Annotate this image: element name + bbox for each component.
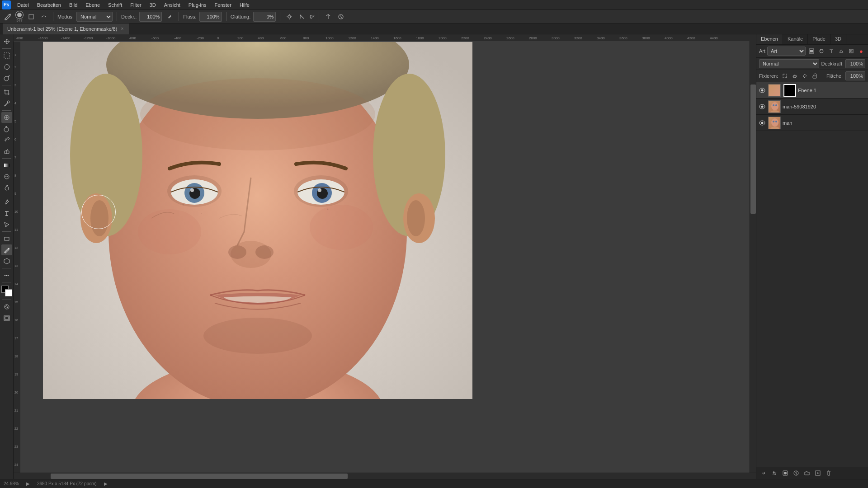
layer-info-ebene1: Ebene 1 [798, 88, 866, 93]
lock-all-btn[interactable] [811, 72, 819, 80]
opacity-input[interactable] [845, 59, 865, 68]
clone-stamp-tool[interactable] [1, 123, 12, 134]
svg-text:3000: 3000 [552, 36, 560, 40]
svg-text:18: 18 [14, 355, 18, 358]
deckraft-input[interactable] [139, 12, 162, 22]
filter-smartobj-icon[interactable] [847, 47, 855, 55]
path-select-tool[interactable] [1, 219, 12, 230]
layers-panel: Art Art [756, 45, 868, 479]
gradient-tool[interactable] [1, 160, 12, 171]
menu-plugins[interactable]: Plug-ins [185, 1, 210, 9]
layer-item-ebene1[interactable]: Ebene 1 [756, 82, 868, 99]
layers-delete-btn[interactable] [824, 469, 833, 478]
3d-tool[interactable] [1, 256, 12, 267]
eraser-tool[interactable] [1, 146, 12, 157]
background-color[interactable] [5, 289, 12, 296]
fluss-input[interactable] [199, 12, 222, 22]
layers-group-btn[interactable] [802, 469, 811, 478]
brush-tool[interactable] [1, 244, 12, 255]
filter-toggle-icon[interactable]: ● [857, 47, 865, 55]
svg-text:1: 1 [14, 53, 16, 56]
tab-pfade[interactable]: Pfade [808, 34, 830, 44]
symmetry-icon[interactable] [323, 12, 333, 22]
progress-indicator[interactable]: ▶ [104, 481, 108, 486]
screen-mode-tool[interactable] [1, 313, 12, 324]
layers-fx-btn[interactable]: fx [770, 469, 779, 478]
menu-fenster[interactable]: Fenster [211, 1, 235, 9]
color-swatches[interactable] [1, 286, 12, 296]
tab-title: Unbenannt-1 bei 25% (Ebene 1, Ebenenmask… [7, 26, 117, 32]
layers-new-btn[interactable] [813, 469, 822, 478]
deckraft-pressure-icon[interactable] [165, 12, 175, 22]
svg-point-5 [4, 76, 9, 81]
dodge-tool[interactable] [1, 183, 12, 193]
quick-mask-tool[interactable] [1, 301, 12, 312]
marquee-tool[interactable] [1, 50, 12, 61]
filter-adjust-icon[interactable] [817, 47, 826, 55]
move-tool[interactable] [1, 36, 12, 47]
svg-point-111 [850, 50, 852, 52]
tab-close-btn[interactable]: × [120, 26, 124, 31]
brush-mode-icon[interactable] [26, 12, 36, 22]
filter-select[interactable]: Art [767, 47, 806, 56]
lock-position-btn[interactable] [801, 72, 809, 80]
layers-mask-btn[interactable] [781, 469, 790, 478]
eyedropper-tool[interactable] [1, 98, 12, 109]
menu-ebene[interactable]: Ebene [82, 1, 104, 9]
layer-visibility-ebene1[interactable] [758, 86, 766, 94]
canvas-container[interactable] [20, 41, 750, 473]
menu-ansicht[interactable]: Ansicht [160, 1, 184, 9]
vscroll-thumb[interactable] [750, 84, 756, 214]
blur-tool[interactable] [1, 171, 12, 182]
layer-item-man-full[interactable]: man-59081920 [756, 99, 868, 115]
menu-hilfe[interactable]: Hilfe [236, 1, 253, 9]
modus-select[interactable]: Normal [76, 12, 113, 22]
tab-kanale[interactable]: Kanäle [783, 34, 808, 44]
type-tool[interactable] [1, 208, 12, 219]
svg-point-2 [288, 15, 291, 18]
filter-shape-icon[interactable] [837, 47, 845, 55]
blend-mode-select[interactable]: Normal [759, 59, 819, 68]
pen-tool[interactable] [1, 197, 12, 207]
filter-type-icon[interactable] [827, 47, 835, 55]
fill-input[interactable] [845, 71, 865, 80]
lock-image-btn[interactable] [791, 72, 799, 80]
history-brush-tool[interactable] [1, 135, 12, 145]
layer-item-man[interactable]: man [756, 115, 868, 131]
layer-visibility-man-full[interactable] [758, 103, 766, 111]
shape-tool[interactable] [1, 233, 12, 244]
menu-bearbeiten[interactable]: Bearbeiten [33, 1, 65, 9]
lasso-tool[interactable] [1, 61, 12, 72]
crop-tool[interactable] [1, 87, 12, 98]
tab-ebenen[interactable]: Ebenen [756, 34, 783, 44]
glattung-input[interactable] [253, 12, 276, 22]
layer-visibility-man[interactable] [758, 119, 766, 127]
hscroll-thumb[interactable] [51, 474, 348, 479]
menu-3d[interactable]: 3D [146, 1, 160, 9]
history-brush-icon[interactable] [336, 12, 346, 22]
deckraft-label: Deckr.: [121, 14, 137, 19]
tab-3d[interactable]: 3D [830, 34, 846, 44]
menu-datei[interactable]: Datei [14, 1, 33, 9]
quick-select-tool[interactable] [1, 73, 12, 84]
settings-icon[interactable] [284, 12, 294, 22]
sep6 [319, 12, 319, 21]
brush-size-control[interactable]: 547 [15, 11, 24, 23]
lock-transparent-btn[interactable] [781, 72, 789, 80]
menu-filter[interactable]: Filter [127, 1, 145, 9]
document-tab[interactable]: Unbenannt-1 bei 25% (Ebene 1, Ebenenmask… [3, 23, 129, 34]
canvas-hscroll[interactable] [14, 473, 756, 479]
angle-icon[interactable] [297, 12, 307, 22]
menu-bild[interactable]: Bild [66, 1, 81, 9]
extra-tools[interactable]: ••• [1, 270, 12, 281]
layers-adjustment-btn[interactable] [792, 469, 801, 478]
healing-brush-tool[interactable] [1, 112, 12, 123]
filter-pixel-icon[interactable] [807, 47, 816, 55]
canvas-vscroll[interactable] [750, 41, 756, 473]
layers-link-btn[interactable] [759, 469, 768, 478]
brush-airbrush-icon[interactable] [39, 12, 49, 22]
arrow-btn[interactable]: ▶ [26, 481, 30, 486]
menu-schrift[interactable]: Schrift [104, 1, 126, 9]
svg-point-11 [5, 174, 9, 179]
layer-thumb-man-full [768, 100, 781, 113]
